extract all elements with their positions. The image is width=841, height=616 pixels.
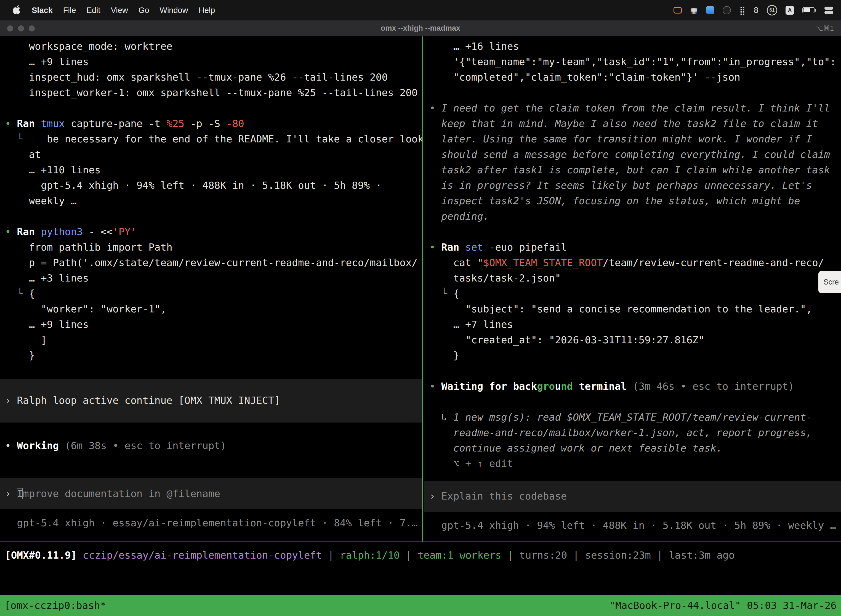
window-title-bar: omx --xhigh --madmax ⌥⌘1 xyxy=(0,21,841,37)
terminal-line: … +16 lines xyxy=(424,39,841,54)
terminal-line xyxy=(424,394,841,409)
terminal-line: • Ran tmux capture-pane -t %25 -p -S -80 xyxy=(0,116,422,131)
app-icon-dark[interactable] xyxy=(722,6,731,14)
terminal-line: └ { xyxy=(0,286,422,301)
terminal-line: • Waiting for background terminal (3m 46… xyxy=(424,378,841,394)
terminal-line: … +9 lines xyxy=(0,317,422,332)
pane-divider-horizontal xyxy=(0,541,841,542)
terminal-line: pending. xyxy=(424,209,841,224)
pane-footer: gpt-5.4 xhigh · essay/ai-reimplementatio… xyxy=(0,515,422,531)
terminal-line: } xyxy=(0,348,422,363)
terminal-line: • Ran set -euo pipefail xyxy=(424,239,841,255)
terminal-line: ↳ 1 new msg(s): read $OMX_TEAM_STATE_ROO… xyxy=(424,409,841,425)
terminal-line: at xyxy=(0,147,422,162)
terminal-line xyxy=(424,363,841,378)
menu-item-window[interactable]: Window xyxy=(154,6,193,15)
tmux-session-label: [omx-cczip0:bash* xyxy=(4,598,106,613)
terminal-line xyxy=(0,209,422,224)
terminal-line: keep that in mind. Maybe I also need the… xyxy=(424,116,841,131)
terminal-line: … +9 lines xyxy=(0,54,422,70)
terminal-line: inspect task2's JSON, focusing on the st… xyxy=(424,193,841,209)
keychain-icon[interactable]: 8 xyxy=(753,4,759,16)
terminal-line: … +3 lines xyxy=(0,270,422,286)
dots-grid-icon[interactable]: ⣿ xyxy=(739,4,745,16)
terminal: workspace_mode: worktree … +9 lines insp… xyxy=(0,37,841,616)
terminal-line: "completed","claim_token":"claim-token"}… xyxy=(424,70,841,85)
terminal-line: … +7 lines xyxy=(424,317,841,332)
terminal-line: inspect_worker-1: omx sparkshell --tmux-… xyxy=(0,85,422,100)
terminal-line: └ be necessary for the end of the README… xyxy=(0,131,422,147)
composer-prompt-line[interactable]: › Explain this codebase xyxy=(424,481,841,512)
terminal-line: is in progress? It seems likely but perh… xyxy=(424,178,841,193)
terminal-line: "created_at": "2026-03-31T11:59:27.816Z" xyxy=(424,332,841,348)
battery-icon[interactable] xyxy=(802,4,816,16)
terminal-line: ⌥ + ↑ edit xyxy=(424,456,841,471)
pane-footer: gpt-5.4 xhigh · 94% left · 488K in · 5.1… xyxy=(424,518,841,533)
input-source-icon[interactable]: A xyxy=(785,6,794,15)
battery-percent-badge[interactable]: 61 xyxy=(767,5,777,15)
minimize-button[interactable] xyxy=(18,25,24,31)
menu-item-edit[interactable]: Edit xyxy=(81,6,105,15)
right-terminal-pane[interactable]: … +16 lines '{"team_name":"my-team","tas… xyxy=(424,37,841,541)
terminal-line: task2 after task1 is complete, but can I… xyxy=(424,162,841,178)
composer-prompt-line[interactable]: › Improve documentation in @filename xyxy=(0,478,422,509)
terminal-line: tasks/task-2.json" xyxy=(424,270,841,286)
omx-status-line: [OMX#0.11.9] cczip/essay/ai-reimplementa… xyxy=(0,547,841,563)
terminal-line: should send a message before completing … xyxy=(424,147,841,162)
terminal-line: "subject": "send a concise recommendatio… xyxy=(424,301,841,317)
menu-item-slack[interactable]: Slack xyxy=(26,6,58,15)
terminal-line: } xyxy=(424,348,841,363)
app-icon-blue[interactable] xyxy=(706,6,714,14)
tmux-host-clock: "MacBook-Pro-44.local" 05:03 31-Mar-26 xyxy=(609,598,837,613)
terminal-line xyxy=(0,453,422,469)
zoom-button[interactable] xyxy=(29,25,35,31)
menu-item-file[interactable]: File xyxy=(58,6,81,15)
menu-left: Slack File Edit View Go Window Help xyxy=(8,4,220,16)
terminal-line: workspace_mode: worktree xyxy=(0,39,422,54)
apple-icon xyxy=(13,4,21,14)
terminal-line xyxy=(424,224,841,239)
terminal-line: continue assigned work or next feasible … xyxy=(424,440,841,456)
window-shortcut: ⌥⌘1 xyxy=(815,24,834,32)
terminal-line: ] xyxy=(0,332,422,348)
terminal-line: readme-and-reco/mailbox/worker-1.json, a… xyxy=(424,425,841,440)
left-terminal-pane[interactable]: workspace_mode: worktree … +9 lines insp… xyxy=(0,37,422,541)
terminal-line: • Ran python3 - <<'PY' xyxy=(0,224,422,239)
terminal-line: p = Path('.omx/state/team/review-current… xyxy=(0,255,422,270)
screen-recording-icon[interactable] xyxy=(674,7,682,13)
menu-item-help[interactable]: Help xyxy=(193,6,220,15)
terminal-line: [OMX#0.11.9] cczip/essay/ai-reimplementa… xyxy=(5,547,841,563)
terminal-line: cat "$OMX_TEAM_STATE_ROOT/team/review-cu… xyxy=(424,255,841,270)
pane-divider-vertical[interactable] xyxy=(422,37,423,541)
terminal-line: '{"team_name":"my-team","task_id":"1","f… xyxy=(424,54,841,70)
window-controls xyxy=(7,25,35,31)
terminal-line: weekly … xyxy=(0,193,422,209)
menu-item-view[interactable]: View xyxy=(105,6,133,15)
menu-status-icons: ▦ ⣿ 8 61 A xyxy=(674,4,833,16)
screen-tooltip: Scre xyxy=(818,271,841,293)
terminal-line: • I need to get the claim token from the… xyxy=(424,100,841,116)
window-title: omx --xhigh --madmax xyxy=(0,24,841,32)
terminal-line: … +110 lines xyxy=(0,162,422,178)
tmux-status-bar: [omx-cczip0:bash* "MacBook-Pro-44.local"… xyxy=(0,595,841,616)
terminal-line: later. Using the same for transition mig… xyxy=(424,131,841,147)
menu-bar: Slack File Edit View Go Window Help ▦ ⣿ … xyxy=(0,0,841,21)
terminal-line: gpt-5.4 xhigh · 94% left · 488K in · 5.1… xyxy=(0,178,422,193)
terminal-line: └ { xyxy=(424,286,841,301)
terminal-line xyxy=(0,363,422,378)
terminal-line: inspect_hud: omx sparkshell --tmux-pane … xyxy=(0,70,422,85)
menu-item-go[interactable]: Go xyxy=(133,6,154,15)
control-center-icon[interactable] xyxy=(825,4,833,16)
terminal-line: "worker": "worker-1", xyxy=(0,301,422,317)
terminal-line xyxy=(424,85,841,100)
grid-icon[interactable]: ▦ xyxy=(690,4,698,16)
terminal-line xyxy=(0,422,422,438)
close-button[interactable] xyxy=(7,25,13,31)
apple-menu[interactable] xyxy=(8,4,26,16)
injected-prompt-line[interactable]: › Ralph loop active continue [OMX_TMUX_I… xyxy=(0,378,422,422)
terminal-line: • Working (6m 38s • esc to interrupt) xyxy=(0,438,422,453)
terminal-line xyxy=(0,100,422,116)
terminal-line: from pathlib import Path xyxy=(0,239,422,255)
